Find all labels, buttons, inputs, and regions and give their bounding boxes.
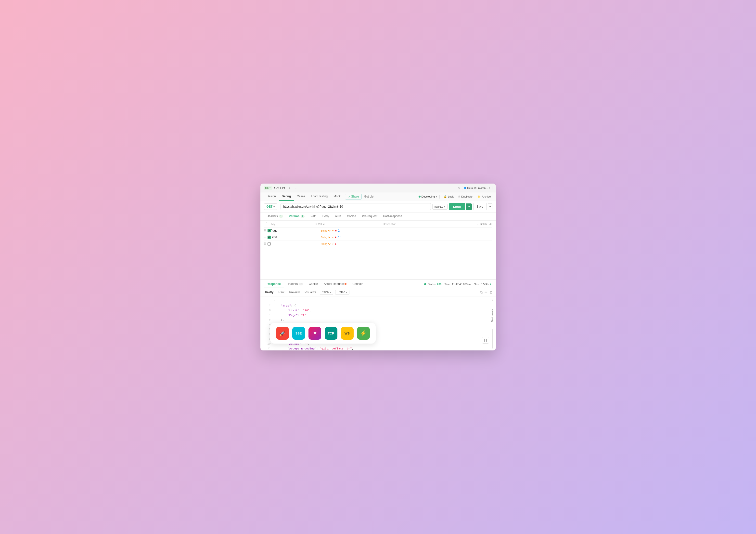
share-icon: ↗ [348,195,350,198]
encoding-select[interactable]: UTF-8 ▾ [335,290,349,295]
drag-handle[interactable]: ⠿ [264,236,266,239]
developing-dropdown[interactable]: Developing ▾ [418,195,437,198]
row-2-type-select[interactable]: String [320,236,331,239]
row-1-type-select[interactable]: String [320,229,331,232]
nav-tabs: Design Debug Cases Load Testing Mock ↗ S… [260,192,496,201]
svg-rect-3 [486,340,487,342]
status-dot [424,283,426,285]
tab-auth[interactable]: Auth [332,212,344,220]
equals-icon: ≡ [315,223,317,226]
format-tab-pretty[interactable]: Pretty [264,290,275,295]
dev-chevron-icon: ▾ [436,195,437,198]
breadcrumb-title: Get List [364,195,374,198]
tab-path[interactable]: Path [308,212,319,220]
add-tab-button[interactable]: + [287,186,291,190]
settings-icon: ⚙ [458,186,461,189]
tab-params[interactable]: Params 2 [286,212,308,220]
tab-actual-request[interactable]: Actual Request [321,280,349,288]
row-3-checkbox[interactable] [267,242,271,246]
tab-body[interactable]: Body [319,212,332,220]
share-button[interactable]: ↗ Share [345,194,362,200]
more-tabs-button[interactable]: ··· [293,186,299,190]
http-icon[interactable]: 🚀 [276,327,289,340]
params-tabs: Headers 1 Params 2 Path Body Auth Cookie… [260,212,496,221]
env-selector[interactable]: Default Environ... ▾ [462,186,492,190]
row-2-key[interactable]: Limit [271,236,277,239]
status-code: 200 [437,283,442,286]
http-version-selector[interactable]: http/1.1 ▾ [432,204,448,210]
archive-button[interactable]: 📁 Archive [476,195,492,199]
row-3-chevron-icon: ▾ [332,243,334,245]
send-dropdown-button[interactable]: ▾ [466,204,472,210]
socket-icon[interactable]: ⚡ [357,327,370,340]
json-line: 1{ [260,298,489,303]
row-2-value[interactable]: 10 [338,236,341,239]
key-column-header: Key [271,223,315,226]
row-1-required-star: ★ [335,229,337,232]
dev-status-dot [418,196,420,198]
format-tab-preview[interactable]: Preview [288,290,301,295]
lock-button[interactable]: 🔒 Lock [442,195,455,199]
method-badge: GET [264,186,272,190]
row-3-type-select[interactable]: String [320,242,331,246]
tab-response[interactable]: Response [264,280,284,288]
encoding-chevron-icon: ▾ [346,291,347,294]
env-label: Default Environ... [467,186,488,189]
select-all-checkbox[interactable] [264,222,267,225]
tab-cases[interactable]: Cases [294,192,308,201]
duplicate-button[interactable]: ⎘ Duplicate [457,195,474,199]
format-type-select[interactable]: JSON ▾ [320,290,333,295]
tab-load-testing[interactable]: Load Testing [308,192,331,201]
table-row: ⠿ Limit String ▾ ★ 10 [264,234,492,241]
title-bar: GET Get List + ··· ⚙ Default Environ... … [260,183,496,192]
tab-console[interactable]: Console [349,280,366,288]
table-row: ⠿ String ▾ ★ [264,241,492,247]
archive-icon: 📁 [477,195,481,198]
tab-mock[interactable]: Mock [331,192,343,201]
sse-icon[interactable]: SSE [292,327,305,340]
tab-response-headers[interactable]: Headers 7 [284,280,306,288]
row-1-value[interactable]: 2 [338,229,339,232]
graphql-icon[interactable]: ✦ [309,327,321,340]
batch-edit-button[interactable]: Batch Edit [480,223,492,226]
format-action-icons: ⧉ ⇔ ⊠ [480,290,492,295]
ws-icon[interactable]: WS [341,327,354,340]
test-results-label-container: Test results [491,302,494,329]
batch-edit-column-header: ··· Batch Edit [473,223,492,226]
scrollbar[interactable] [492,329,493,349]
clear-icon[interactable]: ⊠ [489,290,492,295]
tab-response-cookie[interactable]: Cookie [306,280,321,288]
row-1-checkbox[interactable] [267,229,271,233]
save-button[interactable]: Save [473,203,486,210]
tab-design[interactable]: Design [264,192,279,201]
tab-pre-request[interactable]: Pre-request [359,212,380,220]
copy-icon[interactable]: ⧉ [480,290,483,295]
tab-cookie[interactable]: Cookie [344,212,359,220]
format-tab-visualize[interactable]: Visualize [303,290,318,295]
json-line: 5 }, [260,318,489,323]
method-chevron-icon: ▾ [273,206,275,208]
drag-handle[interactable]: ⠿ [264,242,266,246]
row-1-key[interactable]: Page [271,229,278,232]
tab-debug[interactable]: Debug [279,192,294,201]
description-column-header: Description [383,223,472,226]
test-results-label: Test results [491,308,494,322]
tab-title: Get List [274,186,285,190]
send-button[interactable]: Send [449,203,465,210]
url-input[interactable] [281,203,431,210]
save-dropdown-button[interactable]: ▾ [488,204,492,210]
response-status-bar: Status: 200 Time: 11:47:45 693ms Size: 0… [424,283,492,286]
http-chevron-icon: ▾ [444,206,445,208]
wrap-icon[interactable]: ⇔ [485,290,488,295]
row-2-checkbox[interactable] [267,235,271,239]
method-selector[interactable]: GET ▾ [264,204,278,210]
env-chevron-icon: ▾ [489,186,490,189]
format-tab-raw[interactable]: Raw [277,290,286,295]
http-version-label: http/1.1 [435,205,444,208]
drag-handle[interactable]: ⠿ [264,229,266,232]
tab-headers[interactable]: Headers 1 [264,212,286,220]
tab-post-response[interactable]: Post-response [380,212,405,220]
collapse-icon[interactable]: ‹ [492,298,493,302]
tcp-icon[interactable]: TCP [325,327,338,340]
grid-toggle-button[interactable] [482,337,489,344]
